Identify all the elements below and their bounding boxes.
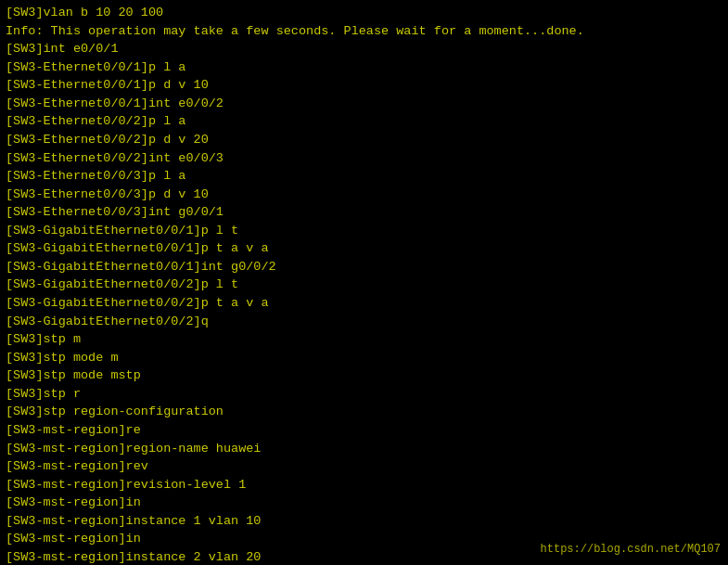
- terminal-line: [SW3]int e0/0/1: [6, 40, 722, 58]
- terminal-line: [SW3-mst-region]region-name huawei: [6, 440, 722, 458]
- terminal-line: [SW3-Ethernet0/0/3]p d v 10: [6, 186, 722, 204]
- terminal-line: [SW3-Ethernet0/0/2]p l a: [6, 112, 722, 131]
- terminal-window: [SW3]vlan b 10 20 100Info: This operatio…: [0, 0, 728, 565]
- watermark: https://blog.csdn.net/MQ107: [541, 542, 721, 558]
- terminal-line: Info: This operation may take a few seco…: [6, 22, 722, 41]
- terminal-line: [SW3]stp mode mstp: [6, 366, 722, 385]
- terminal-line: [SW3]stp m: [6, 330, 722, 349]
- terminal-line: [SW3-GigabitEthernet0/0/1]p t a v a: [6, 239, 722, 258]
- terminal-line: [SW3-GigabitEthernet0/0/1]int g0/0/2: [6, 258, 722, 276]
- terminal-line: [SW3-GigabitEthernet0/0/2]p t a v a: [6, 294, 722, 313]
- terminal-line: [SW3]vlan b 10 20 100: [6, 4, 722, 22]
- terminal-line: [SW3-mst-region]re: [6, 421, 722, 440]
- terminal-line: [SW3-mst-region]instance 1 vlan 10: [6, 512, 722, 531]
- terminal-line: [SW3]stp r: [6, 385, 722, 404]
- terminal-line: [SW3-Ethernet0/0/3]int g0/0/1: [6, 203, 722, 222]
- terminal-line: [SW3-mst-region]rev: [6, 457, 722, 476]
- terminal-line: [SW3]stp region-configuration: [6, 403, 722, 421]
- terminal-line: [SW3-Ethernet0/0/1]p l a: [6, 58, 722, 77]
- terminal-line: [SW3-GigabitEthernet0/0/2]q: [6, 313, 722, 331]
- terminal-line: [SW3-Ethernet0/0/3]p l a: [6, 167, 722, 186]
- terminal-line: [SW3-Ethernet0/0/2]p d v 20: [6, 131, 722, 149]
- terminal-line: [SW3-mst-region]in: [6, 494, 722, 512]
- terminal-line: [SW3-Ethernet0/0/1]p d v 10: [6, 76, 722, 95]
- terminal-line: [SW3-GigabitEthernet0/0/1]p l t: [6, 222, 722, 240]
- terminal-output: [SW3]vlan b 10 20 100Info: This operatio…: [6, 4, 722, 565]
- terminal-line: [SW3-Ethernet0/0/1]int e0/0/2: [6, 95, 722, 113]
- terminal-line: [SW3]stp mode m: [6, 349, 722, 367]
- terminal-line: [SW3-Ethernet0/0/2]int e0/0/3: [6, 149, 722, 168]
- terminal-line: [SW3-GigabitEthernet0/0/2]p l t: [6, 276, 722, 294]
- terminal-line: [SW3-mst-region]revision-level 1: [6, 476, 722, 494]
